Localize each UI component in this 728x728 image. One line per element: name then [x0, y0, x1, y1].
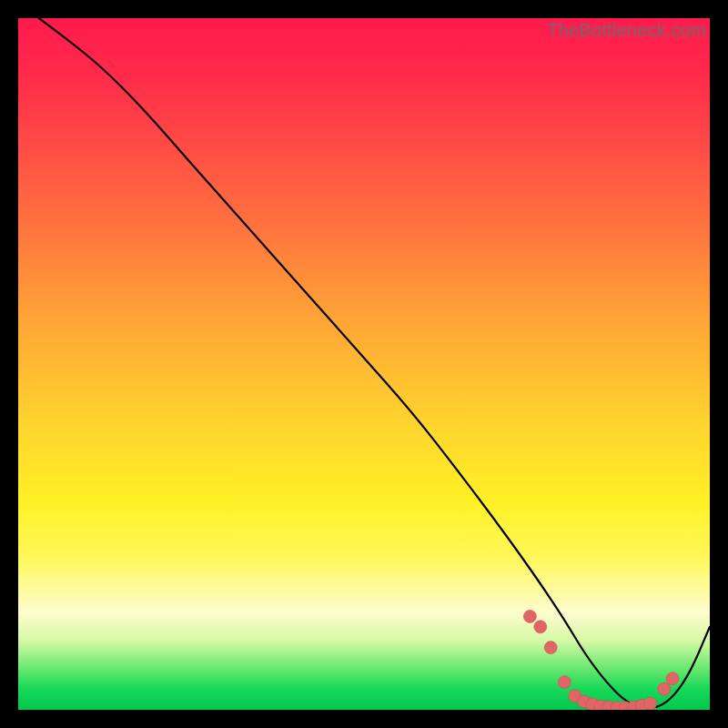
curve-svg: [18, 18, 710, 710]
data-point: [658, 682, 671, 695]
data-point: [558, 676, 571, 689]
chart-frame: TheBottleneck.com: [0, 0, 728, 728]
data-point: [644, 697, 657, 710]
data-point: [666, 672, 679, 685]
data-point: [523, 610, 536, 622]
plot-area: TheBottleneck.com: [18, 18, 710, 710]
bottleneck-curve: [39, 18, 710, 708]
data-point: [544, 642, 557, 654]
data-point: [534, 621, 547, 633]
marker-group: [523, 610, 679, 710]
